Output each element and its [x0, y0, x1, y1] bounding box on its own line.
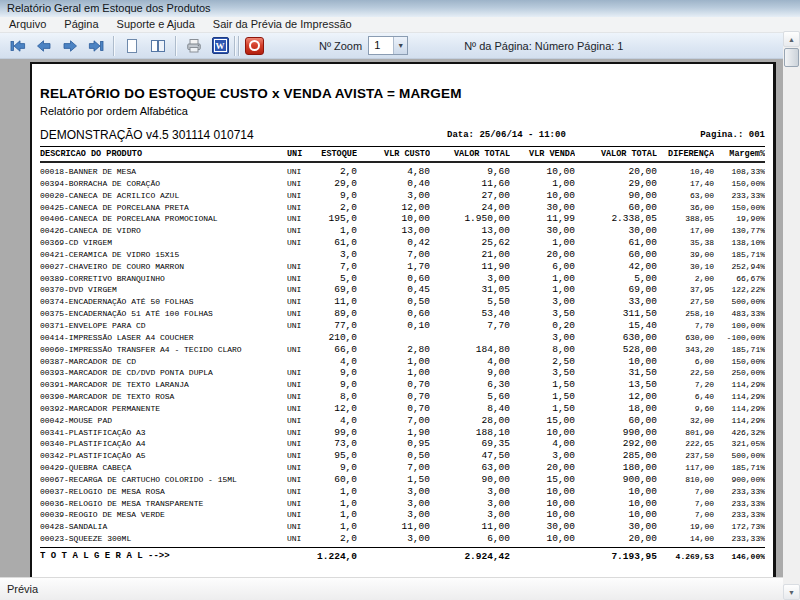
cell: 138,10% [714, 237, 765, 249]
cell: 0,95 [357, 438, 430, 450]
print-button[interactable] [182, 35, 206, 57]
cell: 185,71% [714, 462, 765, 474]
cell: UNI [287, 178, 313, 190]
column-header: DESCRICAO DO PRODUTO [40, 147, 287, 161]
table-row: 00370-DVD VIRGEMUNI69,00,4531,051,0069,0… [40, 284, 765, 296]
table-row: 00036-RELOGIO DE MESA TRANSPARENTEUNI1,0… [40, 498, 765, 510]
menu-item[interactable]: Arquivo [0, 17, 55, 32]
cell: 35,38 [657, 237, 714, 249]
cell: 185,71% [714, 344, 765, 356]
table-row: 00426-CANECA DE VIDROUNI1,013,0013,0030,… [40, 225, 765, 237]
cell: 0,20 [510, 320, 575, 332]
printer-icon [186, 38, 202, 54]
export-word-button[interactable]: W [208, 35, 232, 57]
cell: 1,00 [357, 356, 430, 368]
cell: 00387-MARCADOR DE CD [40, 356, 287, 368]
cell: 10,00 [575, 509, 657, 521]
menu-item[interactable]: Página [55, 17, 107, 32]
first-page-button[interactable] [6, 35, 30, 57]
toolbar-separator [175, 36, 177, 56]
chevron-down-icon[interactable]: ▼ [393, 37, 407, 54]
cell: 7,00 [357, 415, 430, 427]
cell: 2,80 [357, 344, 430, 356]
cell: UNI [287, 237, 313, 249]
cell: 7,00 [357, 462, 430, 474]
cell: 210,0 [313, 332, 357, 344]
cell: 95,0 [313, 450, 357, 462]
cell: 0,50 [357, 450, 430, 462]
cell: 00428-SANDALIA [40, 521, 287, 533]
cell: 11,90 [430, 261, 510, 273]
scrollbar-thumb[interactable] [784, 48, 799, 67]
cell: 222,65 [657, 438, 714, 450]
cell: 9,0 [313, 367, 357, 379]
cell: 00426-CANECA DE VIDRO [40, 225, 287, 237]
cell: UNI [287, 213, 313, 225]
cell: 184,80 [430, 344, 510, 356]
cell: UNI [287, 438, 313, 450]
cell: 00374-ENCADERNAÇÃO ATÉ 50 FOLHAS [40, 296, 287, 308]
cell: 0,70 [357, 391, 430, 403]
total-valor-custo: 2.924,42 [430, 549, 510, 564]
cell: 8,40 [430, 403, 510, 415]
cell: 10,00 [575, 356, 657, 368]
cell: 500,00% [714, 296, 765, 308]
table-row: 00374-ENCADERNAÇÃO ATÉ 50 FOLHASUNI11,00… [40, 296, 765, 308]
last-page-button[interactable] [84, 35, 108, 57]
table-row: 00020-CANECA DE ACRILICO AZULUNI9,03,002… [40, 190, 765, 202]
cell: 195,0 [313, 213, 357, 225]
cell: UNI [287, 498, 313, 510]
menu-item[interactable]: Suporte e Ajuda [108, 17, 204, 32]
cell: 0,70 [357, 403, 430, 415]
single-page-view-button[interactable] [120, 35, 144, 57]
cell: 13,50 [575, 379, 657, 391]
cell: 114,29% [714, 379, 765, 391]
cell: 388,05 [657, 213, 714, 225]
report-subtitle: Relatório por ordem Alfabética [40, 105, 773, 117]
cell: 233,33% [714, 486, 765, 498]
cell: 5,0 [313, 273, 357, 285]
cell: 9,0 [313, 190, 357, 202]
cell: 252,94% [714, 261, 765, 273]
report-version: DEMONSTRAÇÃO v4.5 301114 010714 [40, 128, 254, 142]
cell: 114,29% [714, 415, 765, 427]
next-page-button[interactable] [58, 35, 82, 57]
cell: 7,00 [657, 509, 714, 521]
cell: 00375-ENCADERNAÇÃO 51 ATÉ 100 FOLHAS [40, 308, 287, 320]
cell: 250,00% [714, 367, 765, 379]
cell: 15,40 [575, 320, 657, 332]
table-row: 00429-QUEBRA CABEÇAUNI9,07,0063,0020,001… [40, 462, 765, 474]
cell: 63,00 [430, 462, 510, 474]
exit-preview-button[interactable] [242, 35, 266, 57]
cell: 30,00 [575, 521, 657, 533]
cell: 185,71% [714, 249, 765, 261]
cell: 108,33% [714, 166, 765, 178]
toolbar: W Nº Zoom 1 ▼ Nº da Página: Número Págin… [0, 33, 800, 59]
total-label: T O T A L G E R A L -->> [40, 549, 313, 564]
cell: 9,60 [657, 403, 714, 415]
scroll-down-button[interactable]: ▼ [783, 584, 800, 600]
cell: 00393-MARCADOR DE CD/DVD PONTA DUPLA [40, 367, 287, 379]
table-row: 00390-MARCADOR DE TEXTO ROSAUNI8,00,705,… [40, 391, 765, 403]
cell: 0,42 [357, 237, 430, 249]
cell: UNI [287, 320, 313, 332]
cell: 10,00 [357, 213, 430, 225]
cell: 188,10 [430, 427, 510, 439]
two-page-view-button[interactable] [146, 35, 170, 57]
zoom-select[interactable]: 1 ▼ [368, 36, 408, 55]
cell: 69,00 [575, 284, 657, 296]
cell: 9,60 [430, 166, 510, 178]
scroll-up-button[interactable]: ▲ [783, 31, 800, 47]
window-title: Relatório Geral em Estoque dos Produtos [7, 2, 211, 14]
cell: 292,00 [575, 438, 657, 450]
vertical-scrollbar[interactable]: ▲ ▼ [783, 31, 800, 600]
cell: 426,32% [714, 427, 765, 439]
table-row: 00371-ENVELOPE PARA CDUNI77,00,107,700,2… [40, 320, 765, 332]
cell: 00018-BANNER DE MESA [40, 166, 287, 178]
cell: 66,0 [313, 344, 357, 356]
cell: 1,0 [313, 225, 357, 237]
cell: 4,0 [313, 415, 357, 427]
previous-page-button[interactable] [32, 35, 56, 57]
column-header: VALOR TOTAL [430, 147, 510, 161]
menu-item[interactable]: Sair da Prévia de Impressão [204, 17, 361, 32]
